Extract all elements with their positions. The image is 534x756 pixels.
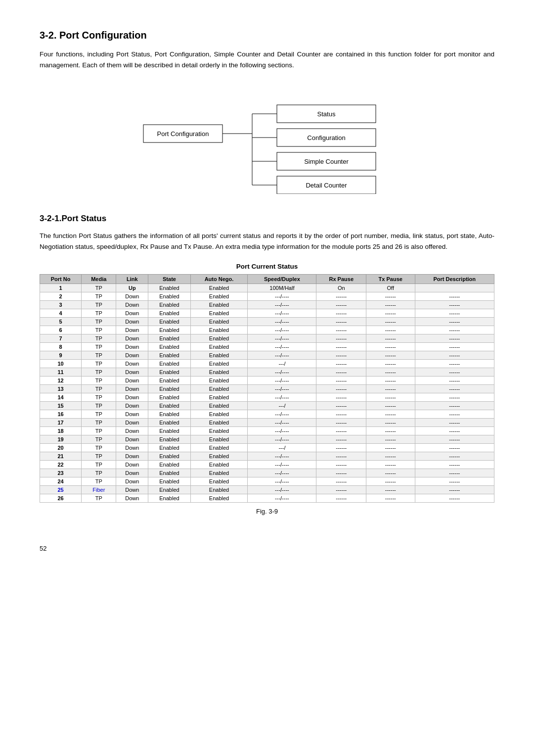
- port-status-table: Port No Media Link State Auto Nego. Spee…: [40, 274, 494, 503]
- page-number: 52: [40, 545, 494, 552]
- table-row: 13TPDownEnabledEnabled---/--------------…: [40, 385, 494, 393]
- table-row: 7TPDownEnabledEnabled---/---------------…: [40, 334, 494, 343]
- col-state: State: [148, 275, 190, 284]
- table-row: 5TPDownEnabledEnabled---/---------------…: [40, 318, 494, 326]
- subsection-title: 3-2-1.Port Status: [40, 214, 494, 224]
- table-row: 14TPDownEnabledEnabled---/--------------…: [40, 393, 494, 402]
- tree-diagram: Port Configuration Status Configuration …: [40, 85, 494, 194]
- col-link: Link: [116, 275, 148, 284]
- table-row: 26TPDownEnabledEnabled---/--------------…: [40, 494, 494, 503]
- svg-text:Port Configuration: Port Configuration: [157, 130, 209, 138]
- col-speed-duplex: Speed/Duplex: [248, 275, 316, 284]
- table-row: 19TPDownEnabledEnabled---/--------------…: [40, 435, 494, 444]
- svg-text:Simple Counter: Simple Counter: [304, 158, 349, 165]
- table-row: 20TPDownEnabledEnabled---/--------------…: [40, 444, 494, 452]
- table-row: 21TPDownEnabledEnabled---/--------------…: [40, 452, 494, 461]
- col-port-no: Port No: [40, 275, 82, 284]
- subsection-intro: The function Port Status gathers the inf…: [40, 231, 494, 252]
- table-row: 22TPDownEnabledEnabled---/--------------…: [40, 461, 494, 469]
- table-row: 6TPDownEnabledEnabled---/---------------…: [40, 326, 494, 334]
- table-row: 4TPDownEnabledEnabled---/---------------…: [40, 309, 494, 318]
- col-port-description: Port Description: [415, 275, 494, 284]
- table-row: 16TPDownEnabledEnabled---/--------------…: [40, 410, 494, 419]
- section-intro: Four functions, including Port Status, P…: [40, 49, 494, 70]
- table-row: 11TPDownEnabledEnabled---/--------------…: [40, 368, 494, 377]
- table-title: Port Current Status: [40, 263, 494, 270]
- svg-text:Configuration: Configuration: [307, 134, 345, 142]
- fig-caption: Fig. 3-9: [40, 508, 494, 515]
- table-row: 3TPDownEnabledEnabled---/---------------…: [40, 301, 494, 309]
- col-media: Media: [82, 275, 116, 284]
- table-row: 8TPDownEnabledEnabled---/---------------…: [40, 343, 494, 351]
- table-row: 23TPDownEnabledEnabled---/--------------…: [40, 469, 494, 477]
- col-rx-pause: Rx Pause: [316, 275, 366, 284]
- col-auto-nego: Auto Nego.: [190, 275, 248, 284]
- table-row: 18TPDownEnabledEnabled---/--------------…: [40, 427, 494, 435]
- svg-text:Status: Status: [317, 110, 336, 118]
- table-row: 15TPDownEnabledEnabled---/--------------…: [40, 402, 494, 410]
- table-row: 10TPDownEnabledEnabled---/--------------…: [40, 360, 494, 368]
- table-row: 17TPDownEnabledEnabled---/--------------…: [40, 419, 494, 427]
- svg-text:Detail Counter: Detail Counter: [306, 182, 347, 189]
- section-title: 3-2. Port Configuration: [40, 30, 494, 41]
- table-row: 24TPDownEnabledEnabled---/--------------…: [40, 477, 494, 486]
- table-row: 2TPDownEnabledEnabled---/---------------…: [40, 292, 494, 301]
- table-row: 12TPDownEnabledEnabled---/--------------…: [40, 377, 494, 385]
- col-tx-pause: Tx Pause: [366, 275, 415, 284]
- table-row: 25FiberDownEnabledEnabled---/-----------…: [40, 486, 494, 494]
- table-row: 9TPDownEnabledEnabled---/---------------…: [40, 351, 494, 360]
- table-row: 1TPUpEnabledEnabled100M/HalfOnOff: [40, 284, 494, 292]
